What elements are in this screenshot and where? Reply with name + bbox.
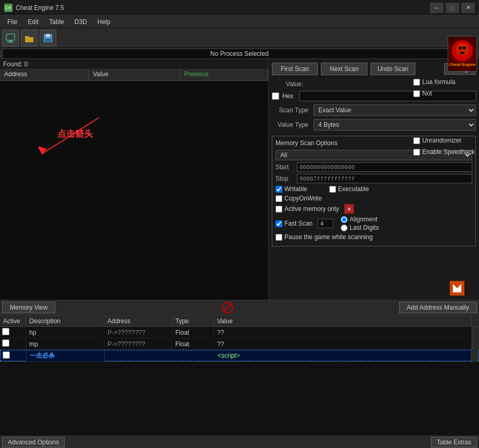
ce-logo-inner: [452, 40, 473, 61]
row-addr-hp: P->????????: [104, 328, 172, 337]
address-list-body: 点击箭头: [0, 81, 268, 300]
minimize-button[interactable]: ─: [430, 3, 444, 13]
save-button[interactable]: [40, 30, 56, 46]
add-address-button[interactable]: Add Address Manually: [399, 302, 477, 313]
pause-game-checkbox[interactable]: [276, 234, 282, 241]
start-label: Start: [276, 163, 294, 171]
hex-checkbox[interactable]: [272, 92, 279, 100]
not-checkbox[interactable]: [413, 90, 420, 97]
row-val-mp: ??: [214, 339, 472, 349]
mem-start-row: Start: [276, 162, 472, 172]
separator-bar: Memory View Add Address Manually: [0, 300, 479, 315]
table-extras-button[interactable]: Table Extras: [431, 437, 477, 447]
scrollbar-mp: [472, 338, 479, 350]
active-memory-row: Active memory only ✕: [276, 204, 472, 214]
stop-input[interactable]: [297, 174, 472, 183]
close-button[interactable]: ✕: [461, 3, 475, 13]
lua-formula-checkbox[interactable]: [413, 79, 420, 86]
active-memory-x-button[interactable]: ✕: [344, 204, 354, 214]
advanced-options-button[interactable]: Advanced Options: [2, 437, 65, 447]
maximize-button[interactable]: □: [446, 3, 459, 13]
pause-game-label: Pause the game while scanning: [276, 233, 373, 241]
first-scan-button[interactable]: First Scan: [272, 63, 318, 75]
col-value: Value: [89, 69, 180, 80]
table-row: hp P->???????? Float ??: [0, 327, 479, 338]
row-active-mp: [0, 338, 26, 349]
speedhack-text: Enable Speedhack: [422, 148, 475, 156]
alignment-radio[interactable]: [341, 216, 348, 223]
active-memory-checkbox[interactable]: [276, 206, 282, 213]
ce-logo: Cheat Engine: [448, 36, 477, 72]
writable-label: Writable: [276, 185, 307, 193]
pause-game-text: Pause the game while scanning: [284, 233, 373, 241]
value-label: Value:: [272, 80, 303, 88]
title-bar: CE Cheat Engine 7.5 ─ □ ✕: [0, 0, 479, 16]
svg-marker-10: [38, 146, 47, 154]
annotation-text: 点击箭头: [57, 128, 93, 140]
writable-checkbox[interactable]: [276, 186, 282, 193]
svg-rect-5: [45, 39, 51, 42]
menu-edit[interactable]: Edit: [22, 17, 44, 27]
script-active-checkbox[interactable]: [3, 351, 10, 359]
menu-d3d[interactable]: D3D: [69, 17, 92, 27]
row-type-mp: Float: [172, 339, 214, 349]
menu-table[interactable]: Table: [44, 17, 69, 27]
row-desc-mp: mp: [26, 339, 104, 349]
lua-formula-text: Lua formula: [422, 78, 455, 86]
copy-on-write-label: CopyOnWrite: [276, 195, 322, 202]
not-label: Not: [413, 90, 475, 97]
speedhack-label: Enable Speedhack: [413, 148, 475, 156]
fast-scan-row: Fast Scan Alignment Last Digits: [276, 216, 472, 231]
last-digits-radio[interactable]: [341, 225, 348, 231]
open-process-button[interactable]: [2, 30, 19, 46]
row-val-hp: ??: [214, 328, 472, 337]
no-icon-container: [57, 302, 397, 313]
fast-scan-text: Fast Scan: [284, 220, 313, 227]
folder-icon: [24, 33, 34, 43]
annotation-container: 点击箭头: [31, 112, 104, 161]
main-area: Found: 0 Address Value Previous 点击箭头 Fir…: [0, 60, 479, 300]
svg-point-7: [459, 46, 462, 50]
hp-active-checkbox[interactable]: [2, 328, 9, 335]
start-input[interactable]: [297, 162, 472, 172]
executable-checkbox[interactable]: [329, 186, 336, 193]
menu-help[interactable]: Help: [92, 17, 116, 27]
copy-on-write-text: CopyOnWrite: [284, 195, 322, 202]
footer: Advanced Options Table Extras: [0, 435, 479, 448]
unrandomizer-label: Unrandomizer: [413, 137, 475, 144]
scan-type-label: Scan Type: [272, 107, 308, 114]
executable-text: Executable: [338, 185, 369, 193]
open-folder-button[interactable]: [21, 30, 38, 46]
last-digits-label: Last Digits: [341, 224, 379, 231]
table-row: 一击必杀 <script>: [0, 350, 479, 361]
no-entry-icon: [222, 302, 233, 313]
no-icon-line: [224, 304, 230, 310]
scrollbar-hp: [472, 327, 479, 338]
right-checkboxes: Lua formula Not Unrandomizer Enable Spee…: [413, 78, 475, 156]
row-desc-script: 一击必杀: [27, 350, 105, 361]
right-panel: First Scan Next Scan Undo Scan Settings …: [269, 60, 479, 300]
executable-label: Executable: [329, 185, 369, 193]
fast-scan-checkbox[interactable]: [276, 220, 282, 227]
transfer-arrow-button[interactable]: [450, 281, 464, 296]
lua-formula-label: Lua formula: [413, 78, 475, 86]
value-type-label: Value Type: [272, 121, 308, 128]
next-scan-button[interactable]: Next Scan: [321, 63, 367, 75]
col-previous: Previous: [180, 69, 268, 80]
row-active-script: [1, 350, 27, 361]
left-panel: Found: 0 Address Value Previous 点击箭头: [0, 60, 269, 300]
undo-scan-button[interactable]: Undo Scan: [370, 63, 415, 75]
fast-scan-value[interactable]: [318, 219, 333, 228]
mp-active-checkbox[interactable]: [2, 339, 9, 347]
window-controls: ─ □ ✕: [430, 3, 475, 13]
memory-view-button[interactable]: Memory View: [2, 302, 55, 313]
unrandomizer-checkbox[interactable]: [413, 137, 420, 144]
monitor-icon: [5, 33, 16, 43]
speedhack-checkbox[interactable]: [413, 149, 420, 156]
pause-game-row: Pause the game while scanning: [276, 233, 472, 241]
copy-on-write-checkbox[interactable]: [276, 195, 282, 202]
svg-rect-4: [46, 34, 50, 37]
menu-file[interactable]: File: [2, 17, 22, 27]
svg-rect-0: [6, 34, 15, 40]
row-type-script: [173, 355, 214, 357]
